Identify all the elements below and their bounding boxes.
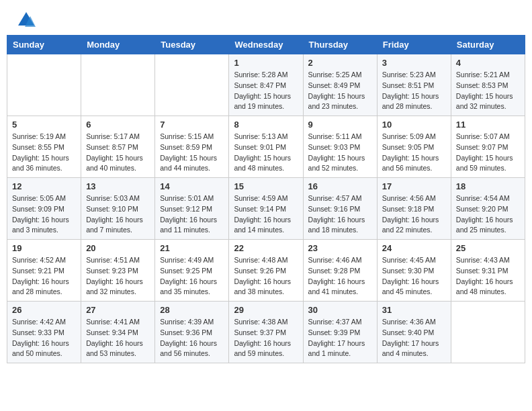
- calendar-week-row: 1Sunrise: 5:28 AMSunset: 8:47 PMDaylight…: [7, 54, 525, 116]
- day-info: Sunrise: 4:38 AMSunset: 9:37 PMDaylight:…: [234, 317, 298, 359]
- calendar-day-cell: 13Sunrise: 5:03 AMSunset: 9:10 PMDayligh…: [81, 178, 155, 240]
- calendar-day-cell: 30Sunrise: 4:37 AMSunset: 9:39 PMDayligh…: [303, 302, 377, 363]
- day-info: Sunrise: 4:56 AMSunset: 9:18 PMDaylight:…: [382, 193, 446, 236]
- day-number: 16: [308, 181, 372, 191]
- day-number: 5: [12, 120, 76, 130]
- day-info: Sunrise: 5:25 AMSunset: 8:49 PMDaylight:…: [308, 70, 372, 112]
- logo-icon: [17, 11, 36, 30]
- day-number: 31: [382, 305, 446, 315]
- calendar-day-cell: 19Sunrise: 4:52 AMSunset: 9:21 PMDayligh…: [7, 240, 81, 302]
- day-number: 14: [160, 181, 224, 191]
- day-number: 18: [456, 181, 520, 191]
- day-number: 12: [12, 181, 76, 191]
- day-info: Sunrise: 4:51 AMSunset: 9:23 PMDaylight:…: [86, 255, 150, 298]
- day-info: Sunrise: 5:03 AMSunset: 9:10 PMDaylight:…: [86, 193, 150, 236]
- calendar-day-cell: [81, 54, 155, 116]
- weekday-header-saturday: Saturday: [451, 36, 525, 54]
- calendar-week-row: 12Sunrise: 5:05 AMSunset: 9:09 PMDayligh…: [7, 178, 525, 240]
- day-info: Sunrise: 4:49 AMSunset: 9:25 PMDaylight:…: [160, 255, 224, 298]
- calendar-day-cell: 17Sunrise: 4:56 AMSunset: 9:18 PMDayligh…: [377, 178, 451, 240]
- day-info: Sunrise: 5:01 AMSunset: 9:12 PMDaylight:…: [160, 193, 224, 236]
- calendar-day-cell: 25Sunrise: 4:43 AMSunset: 9:31 PMDayligh…: [451, 240, 525, 302]
- calendar-day-cell: 14Sunrise: 5:01 AMSunset: 9:12 PMDayligh…: [155, 178, 229, 240]
- weekday-header-tuesday: Tuesday: [155, 36, 229, 54]
- calendar-day-cell: 10Sunrise: 5:09 AMSunset: 9:05 PMDayligh…: [377, 116, 451, 178]
- day-number: 25: [456, 243, 520, 253]
- day-info: Sunrise: 4:52 AMSunset: 9:21 PMDaylight:…: [12, 255, 76, 298]
- day-info: Sunrise: 5:13 AMSunset: 9:01 PMDaylight:…: [234, 132, 298, 174]
- day-info: Sunrise: 4:41 AMSunset: 9:34 PMDaylight:…: [86, 317, 150, 359]
- weekday-header-sunday: Sunday: [7, 36, 81, 54]
- day-number: 26: [12, 305, 76, 315]
- calendar-day-cell: 26Sunrise: 4:42 AMSunset: 9:33 PMDayligh…: [7, 302, 81, 363]
- calendar-day-cell: 27Sunrise: 4:41 AMSunset: 9:34 PMDayligh…: [81, 302, 155, 363]
- day-number: 17: [382, 181, 446, 191]
- calendar-day-cell: 23Sunrise: 4:46 AMSunset: 9:28 PMDayligh…: [303, 240, 377, 302]
- calendar-day-cell: 16Sunrise: 4:57 AMSunset: 9:16 PMDayligh…: [303, 178, 377, 240]
- calendar-day-cell: 4Sunrise: 5:21 AMSunset: 8:53 PMDaylight…: [451, 54, 525, 116]
- day-number: 9: [308, 120, 372, 130]
- day-number: 24: [382, 243, 446, 253]
- weekday-header-monday: Monday: [81, 36, 155, 54]
- day-number: 30: [308, 305, 372, 315]
- calendar-day-cell: 22Sunrise: 4:48 AMSunset: 9:26 PMDayligh…: [229, 240, 303, 302]
- calendar-day-cell: 12Sunrise: 5:05 AMSunset: 9:09 PMDayligh…: [7, 178, 81, 240]
- day-number: 19: [12, 243, 76, 253]
- weekday-header-wednesday: Wednesday: [229, 36, 303, 54]
- day-number: 22: [234, 243, 298, 253]
- day-number: 11: [456, 120, 520, 130]
- calendar-day-cell: 31Sunrise: 4:36 AMSunset: 9:40 PMDayligh…: [377, 302, 451, 363]
- calendar-day-cell: 18Sunrise: 4:54 AMSunset: 9:20 PMDayligh…: [451, 178, 525, 240]
- day-number: 2: [308, 58, 372, 68]
- calendar-day-cell: 11Sunrise: 5:07 AMSunset: 9:07 PMDayligh…: [451, 116, 525, 178]
- day-info: Sunrise: 5:17 AMSunset: 8:57 PMDaylight:…: [86, 132, 150, 174]
- day-number: 3: [382, 58, 446, 68]
- calendar-day-cell: 7Sunrise: 5:15 AMSunset: 8:59 PMDaylight…: [155, 116, 229, 178]
- calendar-day-cell: 6Sunrise: 5:17 AMSunset: 8:57 PMDaylight…: [81, 116, 155, 178]
- calendar-day-cell: [155, 54, 229, 116]
- day-number: 10: [382, 120, 446, 130]
- day-number: 15: [234, 181, 298, 191]
- day-info: Sunrise: 4:43 AMSunset: 9:31 PMDaylight:…: [456, 255, 520, 298]
- day-number: 13: [86, 181, 150, 191]
- header: [7, 7, 525, 35]
- calendar-day-cell: 1Sunrise: 5:28 AMSunset: 8:47 PMDaylight…: [229, 54, 303, 116]
- day-info: Sunrise: 5:28 AMSunset: 8:47 PMDaylight:…: [234, 70, 298, 112]
- calendar-day-cell: 8Sunrise: 5:13 AMSunset: 9:01 PMDaylight…: [229, 116, 303, 178]
- day-number: 8: [234, 120, 298, 130]
- calendar-day-cell: 5Sunrise: 5:19 AMSunset: 8:55 PMDaylight…: [7, 116, 81, 178]
- day-info: Sunrise: 5:09 AMSunset: 9:05 PMDaylight:…: [382, 132, 446, 174]
- calendar-day-cell: 29Sunrise: 4:38 AMSunset: 9:37 PMDayligh…: [229, 302, 303, 363]
- calendar-week-row: 26Sunrise: 4:42 AMSunset: 9:33 PMDayligh…: [7, 302, 525, 363]
- day-info: Sunrise: 4:48 AMSunset: 9:26 PMDaylight:…: [234, 255, 298, 298]
- weekday-header-thursday: Thursday: [303, 36, 377, 54]
- day-info: Sunrise: 5:07 AMSunset: 9:07 PMDaylight:…: [456, 132, 520, 174]
- calendar-week-row: 19Sunrise: 4:52 AMSunset: 9:21 PMDayligh…: [7, 240, 525, 302]
- day-number: 29: [234, 305, 298, 315]
- day-number: 1: [234, 58, 298, 68]
- day-info: Sunrise: 5:19 AMSunset: 8:55 PMDaylight:…: [12, 132, 76, 174]
- calendar-day-cell: 24Sunrise: 4:45 AMSunset: 9:30 PMDayligh…: [377, 240, 451, 302]
- calendar-day-cell: 9Sunrise: 5:11 AMSunset: 9:03 PMDaylight…: [303, 116, 377, 178]
- day-number: 20: [86, 243, 150, 253]
- day-info: Sunrise: 5:05 AMSunset: 9:09 PMDaylight:…: [12, 193, 76, 236]
- calendar-day-cell: 28Sunrise: 4:39 AMSunset: 9:36 PMDayligh…: [155, 302, 229, 363]
- day-info: Sunrise: 4:57 AMSunset: 9:16 PMDaylight:…: [308, 193, 372, 236]
- day-info: Sunrise: 5:23 AMSunset: 8:51 PMDaylight:…: [382, 70, 446, 112]
- day-info: Sunrise: 4:45 AMSunset: 9:30 PMDaylight:…: [382, 255, 446, 298]
- day-number: 28: [160, 305, 224, 315]
- calendar-table: SundayMondayTuesdayWednesdayThursdayFrid…: [7, 35, 525, 363]
- logo: [13, 13, 36, 30]
- day-number: 7: [160, 120, 224, 130]
- calendar-day-cell: [7, 54, 81, 116]
- day-info: Sunrise: 4:42 AMSunset: 9:33 PMDaylight:…: [12, 317, 76, 359]
- day-info: Sunrise: 5:11 AMSunset: 9:03 PMDaylight:…: [308, 132, 372, 174]
- day-info: Sunrise: 5:15 AMSunset: 8:59 PMDaylight:…: [160, 132, 224, 174]
- day-info: Sunrise: 4:37 AMSunset: 9:39 PMDaylight:…: [308, 317, 372, 359]
- calendar-day-cell: 20Sunrise: 4:51 AMSunset: 9:23 PMDayligh…: [81, 240, 155, 302]
- day-info: Sunrise: 4:59 AMSunset: 9:14 PMDaylight:…: [234, 193, 298, 236]
- calendar-week-row: 5Sunrise: 5:19 AMSunset: 8:55 PMDaylight…: [7, 116, 525, 178]
- calendar-day-cell: 15Sunrise: 4:59 AMSunset: 9:14 PMDayligh…: [229, 178, 303, 240]
- day-number: 27: [86, 305, 150, 315]
- day-info: Sunrise: 4:54 AMSunset: 9:20 PMDaylight:…: [456, 193, 520, 236]
